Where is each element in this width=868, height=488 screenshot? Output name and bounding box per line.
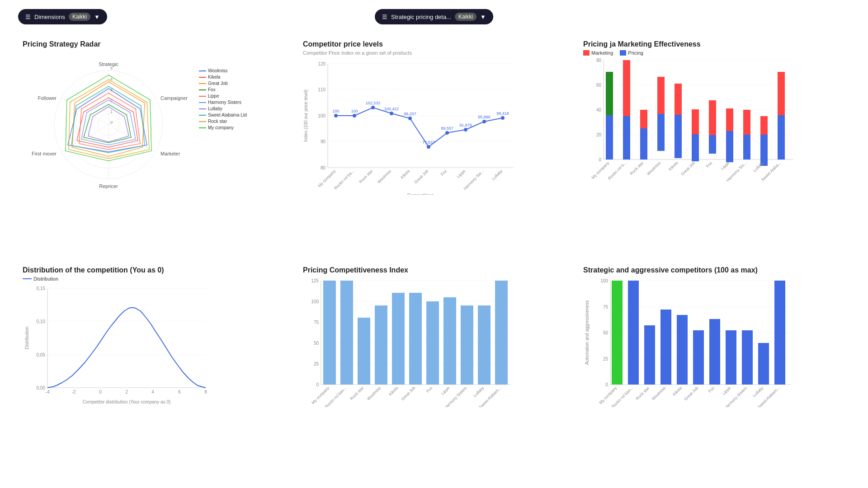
svg-rect-160 (409, 293, 422, 385)
svg-rect-156 (340, 281, 353, 385)
svg-rect-163 (461, 305, 473, 385)
radar-chart-panel: Pricing Strategy Radar (14, 33, 294, 259)
strategic-filter-button[interactable]: ☰ Strategic pricing deta... Kaikki ▼ (375, 9, 493, 24)
svg-text:102,532: 102,532 (366, 101, 381, 105)
svg-rect-104 (743, 110, 750, 135)
svg-text:100: 100 (600, 278, 608, 283)
svg-text:0: 0 (605, 382, 608, 387)
strategic-label: Strategic pricing deta... (391, 14, 451, 20)
distribution-svg: 0,15 0,10 0,05 0,00 Distribution -4 -2 0… (23, 284, 212, 406)
strategic-title: Strategic and aggressive competitors (10… (583, 266, 845, 274)
distribution-panel: Distribution of the competition (You as … (14, 259, 294, 485)
pricing-legend: Pricing (620, 50, 643, 56)
svg-rect-155 (323, 281, 336, 385)
svg-text:Kikela: Kikela (400, 169, 410, 179)
radar-legend: Woolmiss Kikela Great Job Fox Lippe Harm… (199, 68, 247, 131)
svg-text:100: 100 (332, 109, 339, 113)
svg-text:Fox: Fox (440, 169, 448, 177)
svg-text:60: 60 (596, 83, 602, 88)
svg-rect-193 (644, 325, 655, 385)
strategic-filter-wrapper: ☰ Strategic pricing deta... Kaikki ▼ (375, 9, 493, 24)
svg-text:1: 1 (110, 109, 113, 114)
svg-rect-108 (778, 72, 785, 115)
svg-text:40: 40 (596, 108, 602, 113)
svg-text:Lippe: Lippe (722, 385, 732, 396)
radar-chart-svg: Strategic Campaigner Marketer Repricer F… (23, 50, 194, 190)
svg-text:Great Job: Great Job (683, 385, 699, 401)
svg-rect-93 (640, 128, 647, 160)
svg-text:0: 0 (99, 389, 102, 394)
svg-rect-157 (358, 318, 370, 385)
pricing-marketing-title: Pricing ja Marketing Effectiveness (583, 40, 845, 48)
svg-rect-198 (726, 330, 736, 385)
svg-text:Lippe: Lippe (440, 385, 451, 396)
svg-text:Rockn rol b...: Rockn rol b... (607, 160, 627, 181)
svg-text:0,15: 0,15 (37, 286, 46, 291)
svg-rect-98 (692, 109, 699, 134)
svg-text:75: 75 (603, 305, 609, 310)
strategic-panel: Strategic and aggressive competitors (10… (574, 259, 854, 485)
svg-rect-96 (675, 84, 682, 115)
svg-text:8: 8 (204, 389, 207, 394)
marketing-legend: Marketing (583, 50, 613, 56)
svg-point-55 (501, 116, 505, 120)
svg-text:Kikela: Kikela (668, 160, 679, 171)
svg-text:100,422: 100,422 (384, 107, 399, 111)
svg-point-48 (371, 106, 375, 109)
svg-text:20: 20 (596, 132, 602, 137)
competitor-price-subtitle: Competitor Price Index on a given set of… (303, 50, 565, 56)
svg-rect-109 (778, 115, 785, 160)
svg-text:98,418: 98,418 (496, 111, 509, 116)
svg-text:Rockn rol ba...: Rockn rol ba... (333, 169, 355, 190)
svg-text:Great Job: Great Job (680, 160, 696, 176)
svg-rect-95 (657, 114, 665, 151)
chevron-icon: ▼ (94, 14, 100, 20)
svg-text:Rock star: Rock star (349, 385, 364, 401)
filter-icon: ☰ (25, 14, 31, 20)
svg-text:Rock star: Rock star (635, 385, 650, 401)
svg-text:125: 125 (311, 278, 319, 283)
competitor-price-title: Competitor price levels (303, 40, 565, 48)
kaikki2-dropdown[interactable]: Kaikki (455, 13, 476, 21)
svg-rect-94 (657, 77, 665, 114)
svg-text:100: 100 (351, 109, 358, 113)
svg-text:77,637: 77,637 (422, 140, 435, 145)
svg-text:-4: -4 (46, 389, 50, 394)
svg-text:91,878: 91,878 (459, 123, 472, 127)
svg-text:Great Job: Great Job (413, 169, 429, 184)
svg-text:Woolmiss: Woolmiss (377, 169, 392, 184)
svg-text:4: 4 (151, 389, 154, 394)
svg-text:Rock star: Rock star (629, 160, 644, 176)
svg-text:80: 80 (321, 165, 326, 170)
svg-rect-106 (760, 116, 768, 135)
strategic-svg: Automation and aggressiveness 100 75 50 … (583, 276, 800, 407)
svg-text:-2: -2 (72, 389, 76, 394)
svg-text:Fox: Fox (708, 385, 716, 394)
svg-point-52 (445, 131, 449, 135)
svg-rect-162 (443, 297, 456, 385)
svg-text:Woolmiss: Woolmiss (366, 385, 382, 401)
distribution-title: Distribution of the competition (You as … (23, 266, 285, 274)
svg-point-47 (353, 114, 356, 117)
svg-text:Great Job: Great Job (400, 385, 416, 401)
svg-rect-99 (692, 134, 699, 161)
svg-text:First mover: First mover (32, 151, 57, 156)
dist-legend: Distribution (23, 276, 58, 282)
svg-text:98,207: 98,207 (404, 112, 416, 116)
svg-text:6: 6 (178, 389, 181, 394)
svg-rect-194 (660, 310, 671, 385)
svg-rect-159 (392, 293, 405, 385)
svg-text:Competitor distribution (Your : Competitor distribution (Your company as… (83, 399, 171, 404)
dimensions-filter-button[interactable]: ☰ Dimensions Kaikki ▼ (18, 9, 107, 24)
svg-rect-89 (606, 115, 613, 160)
svg-rect-102 (726, 108, 733, 131)
svg-text:Strategic: Strategic (99, 61, 118, 67)
svg-text:89,557: 89,557 (441, 126, 453, 131)
svg-rect-195 (677, 315, 688, 385)
svg-rect-191 (612, 281, 623, 385)
svg-point-53 (464, 128, 467, 131)
competitiveness-svg: 125 100 75 50 25 0 (303, 276, 520, 407)
kaikki-dropdown[interactable]: Kaikki (69, 13, 90, 21)
svg-text:Woolmiss: Woolmiss (646, 160, 662, 176)
pricing-marketing-panel: Pricing ja Marketing Effectiveness Marke… (574, 33, 854, 259)
